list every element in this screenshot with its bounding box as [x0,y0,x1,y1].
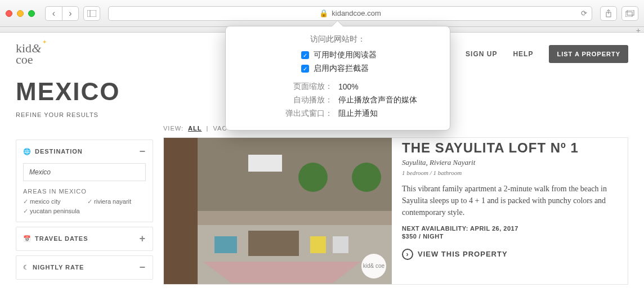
collapse-icon: − [139,262,146,273]
svg-rect-12 [333,236,348,253]
filter-destination-head[interactable]: 🌐DESTINATION − [16,140,153,163]
website-settings-popover: 访问此网站时： ✓ 可用时使用阅读器 ✓ 启用内容拦截器 页面缩放： 100% … [225,26,450,131]
globe-icon: 🌐 [23,148,32,155]
svg-rect-15 [248,155,282,172]
nav-help[interactable]: HELP [513,50,533,58]
svg-rect-11 [310,236,326,253]
svg-rect-7 [164,138,198,284]
filter-sidebar: 🌐DESTINATION − AREAS IN MEXICO mexico ci… [16,125,153,285]
list-property-button[interactable]: LIST A PROPERTY [549,45,628,63]
expand-icon: + [139,233,146,245]
property-rooms: 1 bedroom / 1 bathroom [402,169,618,176]
lock-icon: 🔒 [319,9,328,17]
zoom-window-button[interactable] [28,10,35,17]
checkbox-checked-icon: ✓ [301,51,309,59]
svg-point-13 [298,163,328,192]
address-bar[interactable]: 🔒 kidandcoe.com ⟳ [108,6,592,21]
zoom-value[interactable]: 100% [338,82,444,91]
property-price: $350 / NIGHT [402,233,618,240]
browser-toolbar: ‹ › 🔒 kidandcoe.com ⟳ [0,0,644,27]
svg-rect-4 [627,10,634,15]
filter-rate: ☾NIGHTLY RATE − [16,255,153,280]
property-availability: NEXT AVAILABILITY: APRIL 26, 2017 [402,225,618,232]
back-button[interactable]: ‹ [45,6,62,21]
nav-back-forward: ‹ › [45,6,79,21]
filter-destination: 🌐DESTINATION − AREAS IN MEXICO mexico ci… [16,140,153,222]
area-option[interactable]: mexico city [23,198,82,205]
collapse-icon: − [139,146,146,158]
svg-rect-0 [87,10,96,17]
nav-sign-up[interactable]: SIGN UP [466,50,497,58]
property-info: THE SAYULITA LOFT Nº 1 Sayulita, Riviera… [392,138,628,284]
filter-rate-head[interactable]: ☾NIGHTLY RATE − [16,256,153,279]
svg-point-14 [352,163,381,192]
logo[interactable]: kid&coe [16,43,41,65]
content-blocker-checkbox-row[interactable]: ✓ 启用内容拦截器 [231,64,444,74]
filter-dates-head[interactable]: 📅TRAVEL DATES + [16,227,153,250]
popup-value[interactable]: 阻止并通知 [338,109,444,119]
reader-checkbox-row[interactable]: ✓ 可用时使用阅读器 [231,50,444,60]
areas-title: AREAS IN MEXICO [23,188,146,195]
window-controls [6,10,35,17]
url-text: kidandcoe.com [332,9,381,17]
property-photo[interactable]: kid& coe [164,138,392,284]
property-description: This vibrant family apartment a 2-minute… [402,183,618,218]
sidebar-toggle-button[interactable] [83,6,100,21]
calendar-icon: 📅 [23,235,32,242]
destination-input[interactable] [23,163,146,181]
popup-label: 弹出式窗口： [231,109,338,119]
tabs-button[interactable] [621,6,638,21]
property-title: THE SAYULITA LOFT Nº 1 [402,140,618,156]
autoplay-label: 自动播放： [231,95,338,105]
minimize-window-button[interactable] [17,10,24,17]
zoom-label: 页面缩放： [231,82,338,92]
brand-badge: kid& coe [361,254,386,278]
property-card: kid& coe THE SAYULITA LOFT Nº 1 Sayulita… [163,137,628,285]
close-window-button[interactable] [6,10,12,17]
area-option[interactable]: riviera nayarit [87,198,146,205]
results-main: VIEW: ALL | VAC [163,125,628,285]
view-property-link[interactable]: › VIEW THIS PROPERTY [402,249,618,260]
moon-icon: ☾ [23,264,29,271]
arrow-icon: › [402,249,413,260]
autoplay-value[interactable]: 停止播放含声音的媒体 [338,95,444,105]
share-button[interactable] [600,6,617,21]
reload-icon[interactable]: ⟳ [581,9,587,17]
forward-button[interactable]: › [62,6,79,21]
svg-rect-9 [214,236,237,253]
svg-rect-3 [625,12,632,17]
filter-dates: 📅TRAVEL DATES + [16,227,153,251]
view-all[interactable]: ALL [188,125,202,132]
svg-rect-10 [248,231,299,256]
area-option[interactable]: yucatan peninsula [23,208,82,215]
popover-title: 访问此网站时： [231,34,444,44]
property-location: Sayulita, Riviera Nayarit [402,158,618,167]
checkbox-checked-icon: ✓ [301,65,309,73]
